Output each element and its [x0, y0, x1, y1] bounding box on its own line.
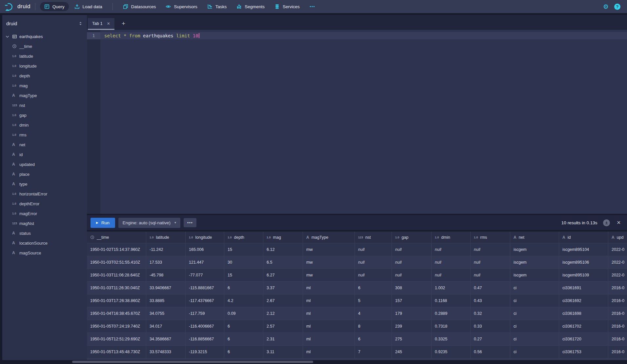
header-cell-depth[interactable]: 1.0depth	[224, 232, 263, 243]
cell-depth[interactable]: 6	[224, 346, 263, 358]
cell-upd[interactable]: 2016-0	[608, 294, 627, 307]
cell-net[interactable]: ci	[510, 307, 559, 320]
run-button[interactable]: ▶ Run	[91, 218, 115, 228]
cell-latitude[interactable]: 17.533	[146, 256, 186, 269]
cell-id[interactable]: ci3361753	[559, 346, 608, 358]
cell-magtype[interactable]: mw	[303, 243, 355, 256]
help-icon[interactable]: ?	[614, 4, 620, 10]
sql-code-line[interactable]: select * from earthquakes limit 10	[104, 32, 199, 39]
cell-upd[interactable]: 2016-0	[608, 320, 627, 333]
close-tab-icon[interactable]: ✕	[107, 21, 110, 26]
cell-depth[interactable]: 4.2	[224, 294, 263, 307]
cell-mag[interactable]: 2.12	[263, 307, 303, 320]
cell-mag[interactable]: 3.37	[263, 282, 303, 294]
close-results-icon[interactable]: ✕	[617, 220, 621, 226]
cell-mag[interactable]: 6.27	[263, 269, 303, 281]
tab-tab-1[interactable]: Tab 1 ✕	[88, 18, 114, 30]
cell-depth[interactable]: 30	[224, 256, 263, 269]
tree-column-status[interactable]: Astatus	[2, 228, 87, 238]
tree-column-gap[interactable]: 1.0gap	[2, 110, 87, 120]
tree-column-nst[interactable]: 123nst	[2, 100, 87, 110]
tree-column-locationsource[interactable]: AlocationSource	[2, 238, 87, 248]
header-cell-rms[interactable]: 1.0rms	[471, 232, 510, 243]
nav-item-supervisors[interactable]: Supervisors	[161, 2, 201, 11]
nav-item-more[interactable]	[305, 2, 319, 11]
cell-gap[interactable]: 179	[392, 307, 432, 320]
cell-depth[interactable]: 15	[224, 269, 263, 281]
cell-id[interactable]: iscgem895106	[559, 256, 608, 269]
cell-net[interactable]: iscgem	[510, 243, 559, 256]
cell-mag[interactable]: 6.12	[263, 243, 303, 256]
cell-time[interactable]: 1950-01-04T16:38:45.670Z	[87, 307, 146, 320]
header-cell-gap[interactable]: 1.0gap	[392, 232, 432, 243]
cell-gap[interactable]: null	[392, 269, 432, 281]
cell-magtype[interactable]: ml	[303, 320, 355, 333]
cell-longitude[interactable]: -116.4006667	[186, 320, 224, 333]
cell-id[interactable]: iscgem895104	[559, 243, 608, 256]
cell-id[interactable]: ci3361720	[559, 333, 608, 345]
cell-time[interactable]: 1950-01-03T17:26:38.860Z	[87, 294, 146, 307]
cell-time[interactable]: 1950-01-02T15:14:37.960Z	[87, 243, 146, 256]
chevron-down-icon[interactable]	[5, 34, 10, 39]
cell-latitude[interactable]: 33.5748333	[146, 346, 186, 358]
cell-id[interactable]: ci3361698	[559, 307, 608, 320]
cell-dmin[interactable]: 0.9235	[432, 346, 471, 358]
cell-longitude[interactable]: -119.3215	[186, 346, 224, 358]
cell-time[interactable]: 1950-01-03T11:06:28.640Z	[87, 269, 146, 281]
cell-net[interactable]: iscgem	[510, 256, 559, 269]
cell-depth[interactable]: 6	[224, 282, 263, 294]
tree-column-magnst[interactable]: 123magNst	[2, 218, 87, 228]
header-cell-upd[interactable]: Aupd	[608, 232, 627, 243]
tree-column-latitude[interactable]: 1.0latitude	[2, 51, 87, 61]
tree-column-mag[interactable]: 1.0mag	[2, 81, 87, 91]
cell-longitude[interactable]: -115.8881667	[186, 282, 224, 294]
cell-magtype[interactable]: mw	[303, 256, 355, 269]
tree-column-magtype[interactable]: AmagType	[2, 91, 87, 100]
tree-column-magsource[interactable]: AmagSource	[2, 248, 87, 258]
nav-item-segments[interactable]: Segments	[232, 2, 269, 11]
cell-time[interactable]: 1950-01-05T12:51:29.690Z	[87, 333, 146, 345]
cell-dmin[interactable]: null	[432, 256, 471, 269]
cell-net[interactable]: ci	[510, 282, 559, 294]
cell-upd[interactable]: 2022-0	[608, 256, 627, 269]
cell-mag[interactable]: 3.11	[263, 346, 303, 358]
cell-nst[interactable]: 5	[355, 294, 392, 307]
cell-longitude[interactable]: -117.759	[186, 307, 224, 320]
header-cell-nst[interactable]: 123nst	[355, 232, 392, 243]
cell-magtype[interactable]: ml	[303, 333, 355, 345]
nav-item-services[interactable]: Services	[270, 2, 304, 11]
tree-column-place[interactable]: Aplace	[2, 169, 87, 179]
cell-id[interactable]: ci3361691	[559, 282, 608, 294]
cell-mag[interactable]: 2.31	[263, 333, 303, 345]
download-icon[interactable]	[603, 219, 610, 226]
brand[interactable]: druid	[5, 2, 30, 11]
cell-id[interactable]: ci3361692	[559, 294, 608, 307]
cell-dmin[interactable]: 0.7318	[432, 320, 471, 333]
cell-gap[interactable]: 275	[392, 333, 432, 345]
cell-nst[interactable]: null	[355, 256, 392, 269]
cell-mag[interactable]: 2.57	[263, 320, 303, 333]
header-cell-dmin[interactable]: 1.0dmin	[432, 232, 471, 243]
cell-latitude[interactable]: 34.3586667	[146, 333, 186, 345]
cell-net[interactable]: ci	[510, 333, 559, 345]
cell-gap[interactable]: null	[392, 243, 432, 256]
header-cell-net[interactable]: Anet	[510, 232, 559, 243]
cell-upd[interactable]: 2016-0	[608, 346, 627, 358]
cell-rms[interactable]: 0.27	[471, 333, 510, 345]
nav-item-query[interactable]: Query	[40, 2, 69, 11]
cell-rms[interactable]: null	[471, 256, 510, 269]
cell-nst[interactable]: 4	[355, 307, 392, 320]
nav-item-tasks[interactable]: Tasks	[203, 2, 231, 11]
cell-time[interactable]: 1950-01-03T02:51:55.410Z	[87, 256, 146, 269]
tree-column-type[interactable]: Atype	[2, 179, 87, 189]
cell-dmin[interactable]: 0.3325	[432, 333, 471, 345]
cell-latitude[interactable]: 34.0755	[146, 307, 186, 320]
cell-nst[interactable]: 8	[355, 320, 392, 333]
cell-longitude[interactable]: -116.8856667	[186, 333, 224, 345]
cell-nst[interactable]: 6	[355, 282, 392, 294]
gear-icon[interactable]: ⚙	[603, 4, 609, 10]
cell-rms[interactable]: 0.33	[471, 320, 510, 333]
cell-gap[interactable]: 308	[392, 282, 432, 294]
cell-gap[interactable]: 245	[392, 346, 432, 358]
cell-upd[interactable]: 2022-0	[608, 243, 627, 256]
